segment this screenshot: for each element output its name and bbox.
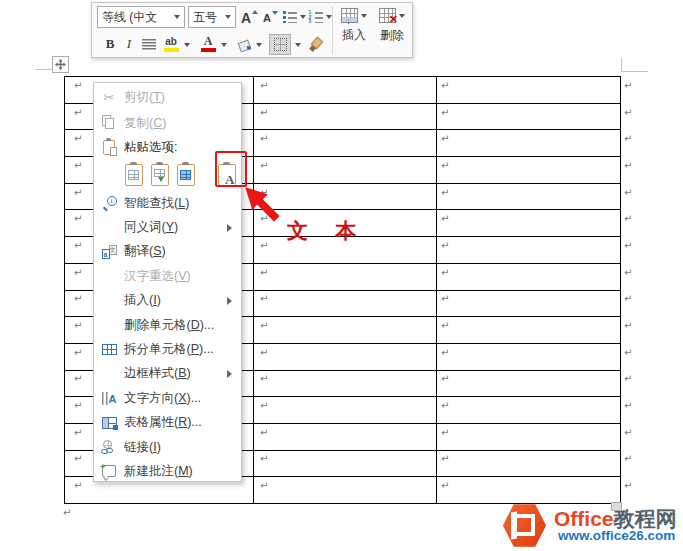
watermark-brand-suffix: 教程网 <box>614 507 677 530</box>
mini-toolbar: 等线 (中文 五号 A A B I ab <box>91 2 413 58</box>
font-size-value: 五号 <box>193 9 217 26</box>
cell-end-mark: ↵ <box>74 401 82 411</box>
word-document-page: 等线 (中文 五号 A A B I ab <box>0 0 683 551</box>
shrink-font-icon: A <box>263 12 271 24</box>
split-cells-icon <box>94 344 124 355</box>
shading-button[interactable] <box>235 36 253 52</box>
font-color-icon: A <box>201 36 216 52</box>
move-arrows-icon <box>55 59 66 70</box>
cell-end-mark: ↵ <box>260 161 268 171</box>
cell-end-mark: ↵ <box>260 294 268 304</box>
menu-item-smart-lookup[interactable]: i智能查找(L) <box>94 191 241 215</box>
new-comment-icon: + <box>94 465 124 477</box>
highlight-icon: ab <box>164 37 179 52</box>
numbering-button[interactable] <box>308 9 332 25</box>
context-menu: ✂剪切(T)复制(C)粘贴选项:Ai智能查找(L)同义词(Y)文a翻译(S)汉字… <box>93 82 242 482</box>
justify-button[interactable] <box>141 38 157 51</box>
bullets-icon <box>283 11 297 23</box>
highlight-button[interactable]: ab <box>161 35 181 53</box>
cell-end-mark: ↵ <box>441 401 449 411</box>
cell-end-mark: ↵ <box>624 81 632 91</box>
insert-table-icon <box>341 8 358 23</box>
menu-item-new-comment[interactable]: +新建批注(M) <box>94 459 241 483</box>
bullets-button[interactable] <box>282 9 306 25</box>
highlight-caret[interactable] <box>182 41 191 49</box>
cell-end-mark: ↵ <box>441 268 449 278</box>
text-direction-icon: A <box>94 392 124 405</box>
watermark-cursor-glyph <box>611 502 622 511</box>
paste-nested-table-button[interactable] <box>121 160 146 189</box>
table-move-handle[interactable] <box>52 56 69 73</box>
menu-item-delete-cells[interactable]: 删除单元格(D)... <box>94 313 241 337</box>
justify-icon <box>142 39 156 50</box>
menu-item-translate[interactable]: 文a翻译(S) <box>94 240 241 264</box>
cell-end-mark: ↵ <box>441 241 449 251</box>
scissors-icon: ✂ <box>94 90 124 105</box>
cell-end-mark: ↵ <box>260 374 268 384</box>
menu-item-copy: 复制(C) <box>94 110 241 136</box>
bold-button[interactable]: B <box>102 35 118 53</box>
watermark-url: www.office26.com <box>558 528 675 543</box>
grow-font-button[interactable]: A <box>239 8 259 28</box>
borders-icon <box>274 38 287 51</box>
cell-end-mark: ↵ <box>441 294 449 304</box>
font-size-combo[interactable]: 五号 <box>188 6 236 28</box>
cell-end-mark: ↵ <box>624 188 632 198</box>
menu-item-link[interactable]: 链接(I) <box>94 435 241 459</box>
dropdown-caret-icon <box>300 15 306 19</box>
font-name-combo[interactable]: 等线 (中文 <box>97 6 185 28</box>
menu-item-table-properties[interactable]: 表格属性(R)... <box>94 411 241 435</box>
numbering-icon <box>309 11 323 23</box>
delete-button[interactable]: 删除 <box>374 6 410 56</box>
font-color-caret[interactable] <box>219 41 228 49</box>
cell-end-mark: ↵ <box>74 188 82 198</box>
menu-item-text-direction[interactable]: A文字方向(X)... <box>94 386 241 410</box>
shrink-caret-icon <box>272 11 278 15</box>
dropdown-caret-icon <box>399 14 405 18</box>
delete-label: 删除 <box>380 27 404 44</box>
cell-end-mark: ↵ <box>260 481 268 491</box>
cell-end-mark: ↵ <box>441 161 449 171</box>
cell-end-mark: ↵ <box>441 428 449 438</box>
cell-end-mark: ↵ <box>441 481 449 491</box>
insert-button[interactable]: 插入 <box>336 6 372 56</box>
cell-end-mark: ↵ <box>74 321 82 331</box>
clipboard-icon <box>94 140 124 155</box>
margin-line-left <box>36 69 52 70</box>
cell-end-mark: ↵ <box>260 241 268 251</box>
dropdown-caret-icon <box>221 43 227 47</box>
dropdown-caret-icon <box>295 43 301 47</box>
cell-end-mark: ↵ <box>260 428 268 438</box>
cell-end-mark: ↵ <box>74 81 82 91</box>
dropdown-caret-icon <box>225 15 231 19</box>
cell-end-mark: ↵ <box>74 161 82 171</box>
menu-item-insert[interactable]: 插入(I) <box>94 289 241 313</box>
font-color-button[interactable]: A <box>198 35 218 53</box>
submenu-arrow-icon <box>227 370 232 378</box>
menu-item-border-styles[interactable]: 边框样式(B) <box>94 362 241 386</box>
shading-caret[interactable] <box>254 41 263 49</box>
toolbar-separator <box>332 6 333 54</box>
italic-button[interactable]: I <box>122 35 136 53</box>
borders-caret[interactable] <box>293 41 302 49</box>
cell-end-mark: ↵ <box>624 348 632 358</box>
menu-item-split-cells[interactable]: 拆分单元格(P)... <box>94 337 241 361</box>
cell-end-mark: ↵ <box>63 508 71 518</box>
dropdown-caret-icon <box>361 14 367 18</box>
cell-end-mark: ↵ <box>624 321 632 331</box>
cell-end-mark: ↵ <box>624 294 632 304</box>
format-painter-button[interactable] <box>307 35 325 53</box>
cell-end-mark: ↵ <box>624 401 632 411</box>
submenu-arrow-icon <box>227 297 232 305</box>
dropdown-caret-icon <box>256 43 262 47</box>
format-painter-icon <box>310 38 322 51</box>
cell-end-mark: ↵ <box>260 268 268 278</box>
grow-font-icon: A <box>241 10 251 26</box>
borders-button[interactable] <box>269 34 291 55</box>
menu-item-synonyms[interactable]: 同义词(Y) <box>94 215 241 239</box>
paste-merge-table-button[interactable] <box>147 160 172 189</box>
cell-end-mark: ↵ <box>74 214 82 224</box>
shrink-font-button[interactable]: A <box>261 9 279 27</box>
cell-end-mark: ↵ <box>441 188 449 198</box>
paste-as-new-rows-button[interactable] <box>173 160 198 189</box>
